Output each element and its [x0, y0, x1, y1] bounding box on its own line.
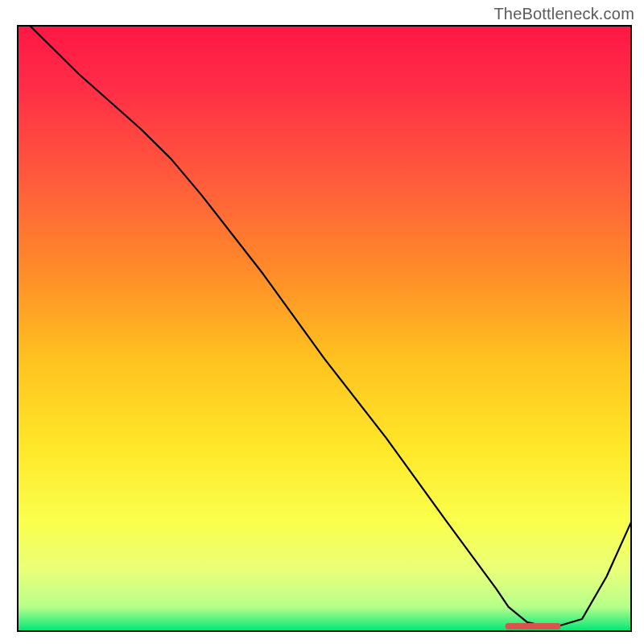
- chart-container: TheBottleneck.com: [0, 0, 644, 644]
- watermark-text: TheBottleneck.com: [493, 5, 634, 23]
- bottleneck-chart: [0, 0, 644, 644]
- gradient-background: [18, 26, 631, 631]
